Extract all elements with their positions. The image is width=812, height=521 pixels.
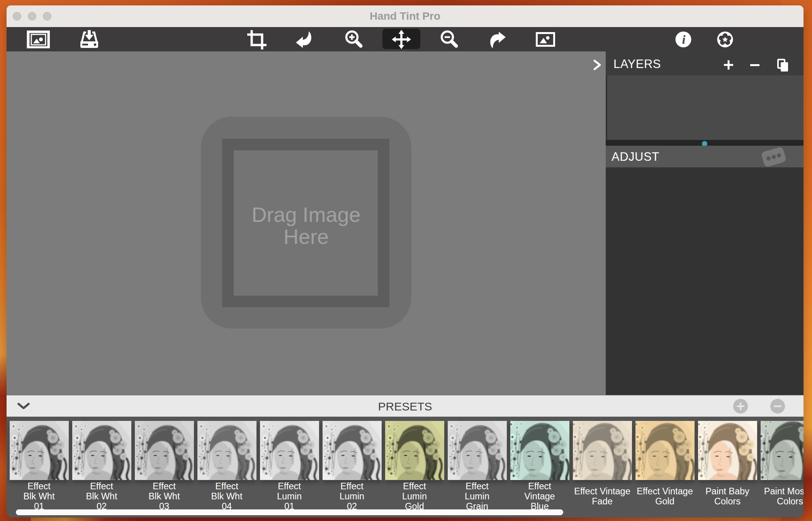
svg-text:i: i [682,32,686,46]
